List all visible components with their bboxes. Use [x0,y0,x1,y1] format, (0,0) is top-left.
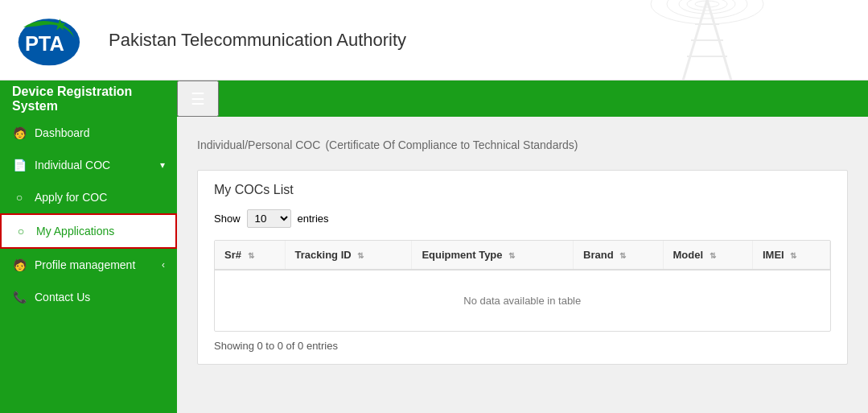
sidebar-item-individual-coc[interactable]: 📄 Individual COC ▾ [0,149,177,181]
sidebar-item-dashboard[interactable]: 🧑 Dashboard [0,117,177,149]
col-tracking-id: Tracking ID ⇅ [285,241,412,270]
sort-icon-sr[interactable]: ⇅ [248,251,254,260]
tower-decoration [546,0,868,81]
chevron-down-icon: ▾ [160,159,165,171]
individual-coc-icon: 📄 [12,159,27,171]
system-title: Device Registration System [0,81,177,117]
sidebar-item-my-applications[interactable]: ○ My Applications [0,213,177,249]
sort-icon-model[interactable]: ⇅ [710,251,716,260]
sort-icon-tracking[interactable]: ⇅ [357,251,364,260]
sort-icon-equipment[interactable]: ⇅ [508,251,515,260]
sidebar-item-contact-us[interactable]: 📞 Contact Us [0,281,177,313]
col-equipment-type: Equipment Type ⇅ [412,241,574,270]
card-title: My COCs List [214,183,831,197]
svg-text:PTA: PTA [25,32,64,55]
sort-icon-imei[interactable]: ⇅ [790,251,796,260]
show-entries-row: Show 10 25 50 100 entries [214,209,831,228]
page-title: Individual/Personal COC (Certificate Of … [197,133,848,154]
col-sr: Sr# ⇅ [215,241,285,270]
coc-table: Sr# ⇅ Tracking ID ⇅ Equipment Type ⇅ [215,241,830,331]
pta-logo: PTA [16,12,97,68]
data-table-wrapper: Sr# ⇅ Tracking ID ⇅ Equipment Type ⇅ [214,240,831,332]
my-applications-icon: ○ [14,225,28,237]
logo-area: PTA Pakistan Telecommunication Authority [16,12,406,68]
sidebar: 🧑 Dashboard 📄 Individual COC ▾ ○ Apply f… [0,117,177,413]
apply-coc-icon: ○ [12,191,27,204]
table-header-row: Sr# ⇅ Tracking ID ⇅ Equipment Type ⇅ [215,241,830,270]
profile-icon: 🧑 [12,258,27,271]
col-model: Model ⇅ [663,241,752,270]
sidebar-item-apply-coc[interactable]: ○ Apply for COC [0,181,177,213]
content-area: Individual/Personal COC (Certificate Of … [177,117,868,413]
empty-message: No data available in table [215,270,830,331]
main-layout: 🧑 Dashboard 📄 Individual COC ▾ ○ Apply f… [0,117,868,413]
showing-text: Showing 0 to 0 of 0 entries [214,340,831,352]
col-imei: IMEI ⇅ [752,241,829,270]
sidebar-item-profile-management[interactable]: 🧑 Profile management ‹ [0,249,177,281]
org-name: Pakistan Telecommunication Authority [109,30,406,51]
empty-row: No data available in table [215,270,830,331]
dashboard-icon: 🧑 [12,126,27,139]
phone-icon: 📞 [12,291,27,304]
coc-list-card: My COCs List Show 10 25 50 100 entries [197,170,848,365]
entries-select[interactable]: 10 25 50 100 [247,209,291,228]
nav-bar: Device Registration System ☰ [0,81,868,117]
hamburger-button[interactable]: ☰ [177,81,219,117]
chevron-left-icon: ‹ [162,259,165,271]
sort-icon-brand[interactable]: ⇅ [619,251,626,260]
col-brand: Brand ⇅ [574,241,663,270]
header: PTA Pakistan Telecommunication Authority [0,0,868,81]
